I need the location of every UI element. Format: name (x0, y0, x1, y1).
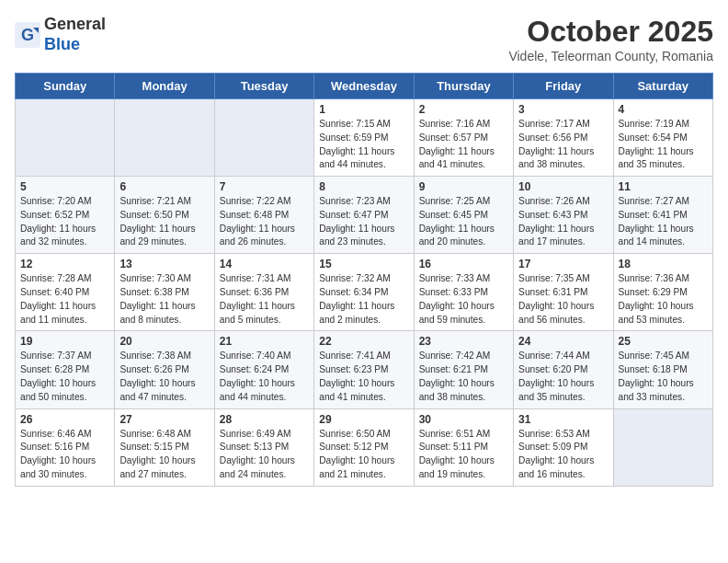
calendar-cell: 2Sunrise: 7:16 AM Sunset: 6:57 PM Daylig… (414, 99, 513, 177)
calendar-cell: 29Sunrise: 6:50 AM Sunset: 5:12 PM Dayli… (314, 408, 414, 486)
calendar-week-row: 1Sunrise: 7:15 AM Sunset: 6:59 PM Daylig… (16, 99, 713, 177)
day-info: Sunrise: 7:20 AM Sunset: 6:52 PM Dayligh… (20, 195, 109, 249)
day-info: Sunrise: 6:53 AM Sunset: 5:09 PM Dayligh… (518, 428, 608, 482)
day-info: Sunrise: 7:21 AM Sunset: 6:50 PM Dayligh… (119, 195, 209, 249)
calendar-cell: 3Sunrise: 7:17 AM Sunset: 6:56 PM Daylig… (514, 99, 613, 177)
weekday-header: Friday (514, 74, 613, 99)
day-number: 6 (119, 180, 209, 193)
day-info: Sunrise: 7:30 AM Sunset: 6:38 PM Dayligh… (119, 272, 209, 327)
calendar-cell: 17Sunrise: 7:35 AM Sunset: 6:31 PM Dayli… (514, 254, 613, 331)
calendar-cell (214, 99, 313, 177)
calendar-cell: 5Sunrise: 7:20 AM Sunset: 6:52 PM Daylig… (16, 177, 115, 254)
day-info: Sunrise: 7:23 AM Sunset: 6:47 PM Dayligh… (319, 195, 408, 249)
calendar-cell (16, 99, 115, 177)
day-info: Sunrise: 7:37 AM Sunset: 6:28 PM Dayligh… (20, 350, 109, 404)
calendar-table: SundayMondayTuesdayWednesdayThursdayFrid… (15, 73, 713, 487)
day-info: Sunrise: 7:32 AM Sunset: 6:34 PM Dayligh… (319, 272, 408, 327)
day-number: 22 (319, 335, 408, 348)
calendar-cell (613, 408, 712, 486)
day-number: 11 (619, 180, 708, 193)
calendar-cell: 20Sunrise: 7:38 AM Sunset: 6:26 PM Dayli… (115, 331, 214, 408)
day-info: Sunrise: 6:49 AM Sunset: 5:13 PM Dayligh… (220, 428, 309, 482)
day-number: 1 (319, 103, 408, 116)
day-number: 29 (319, 413, 408, 426)
calendar-cell: 26Sunrise: 6:46 AM Sunset: 5:16 PM Dayli… (16, 408, 115, 486)
day-number: 12 (20, 258, 109, 270)
day-info: Sunrise: 7:38 AM Sunset: 6:26 PM Dayligh… (119, 350, 209, 404)
calendar-cell: 4Sunrise: 7:19 AM Sunset: 6:54 PM Daylig… (613, 99, 712, 177)
calendar-cell: 8Sunrise: 7:23 AM Sunset: 6:47 PM Daylig… (314, 177, 414, 254)
calendar-week-row: 26Sunrise: 6:46 AM Sunset: 5:16 PM Dayli… (16, 408, 713, 486)
day-info: Sunrise: 7:17 AM Sunset: 6:56 PM Dayligh… (518, 118, 608, 172)
calendar-cell: 13Sunrise: 7:30 AM Sunset: 6:38 PM Dayli… (115, 254, 214, 331)
calendar-cell (115, 99, 214, 177)
day-info: Sunrise: 7:42 AM Sunset: 6:21 PM Dayligh… (419, 350, 508, 404)
day-info: Sunrise: 7:25 AM Sunset: 6:45 PM Dayligh… (419, 195, 508, 249)
calendar-cell: 12Sunrise: 7:28 AM Sunset: 6:40 PM Dayli… (16, 254, 115, 331)
day-number: 7 (220, 180, 309, 193)
day-number: 19 (20, 335, 109, 348)
calendar-cell: 6Sunrise: 7:21 AM Sunset: 6:50 PM Daylig… (115, 177, 214, 254)
day-number: 30 (419, 413, 508, 426)
day-info: Sunrise: 7:26 AM Sunset: 6:43 PM Dayligh… (518, 195, 608, 249)
day-info: Sunrise: 7:15 AM Sunset: 6:59 PM Dayligh… (319, 118, 408, 172)
calendar-cell: 10Sunrise: 7:26 AM Sunset: 6:43 PM Dayli… (514, 177, 613, 254)
day-info: Sunrise: 7:36 AM Sunset: 6:29 PM Dayligh… (619, 272, 708, 327)
day-info: Sunrise: 6:48 AM Sunset: 5:15 PM Dayligh… (119, 428, 209, 482)
day-info: Sunrise: 7:31 AM Sunset: 6:36 PM Dayligh… (220, 272, 309, 327)
calendar-cell: 9Sunrise: 7:25 AM Sunset: 6:45 PM Daylig… (414, 177, 513, 254)
day-info: Sunrise: 7:44 AM Sunset: 6:20 PM Dayligh… (518, 350, 608, 404)
location-subtitle: Videle, Teleorman County, Romania (508, 49, 713, 63)
calendar-cell: 28Sunrise: 6:49 AM Sunset: 5:13 PM Dayli… (214, 408, 313, 486)
day-number: 13 (119, 258, 209, 270)
day-info: Sunrise: 7:28 AM Sunset: 6:40 PM Dayligh… (20, 272, 109, 327)
calendar-cell: 15Sunrise: 7:32 AM Sunset: 6:34 PM Dayli… (314, 254, 414, 331)
calendar-week-row: 19Sunrise: 7:37 AM Sunset: 6:28 PM Dayli… (16, 331, 713, 408)
day-info: Sunrise: 6:50 AM Sunset: 5:12 PM Dayligh… (319, 428, 408, 482)
logo-general: General (44, 15, 106, 33)
day-number: 21 (220, 335, 309, 348)
calendar-cell: 1Sunrise: 7:15 AM Sunset: 6:59 PM Daylig… (314, 99, 414, 177)
title-block: October 2025 Videle, Teleorman County, R… (508, 15, 713, 63)
logo: G General Blue (15, 15, 106, 54)
day-info: Sunrise: 7:16 AM Sunset: 6:57 PM Dayligh… (419, 118, 508, 172)
weekday-header: Sunday (16, 74, 115, 99)
logo-text: General Blue (44, 15, 106, 54)
day-number: 2 (419, 103, 508, 116)
calendar-cell: 30Sunrise: 6:51 AM Sunset: 5:11 PM Dayli… (414, 408, 513, 486)
day-info: Sunrise: 7:19 AM Sunset: 6:54 PM Dayligh… (619, 118, 708, 172)
calendar-cell: 31Sunrise: 6:53 AM Sunset: 5:09 PM Dayli… (514, 408, 613, 486)
calendar-cell: 16Sunrise: 7:33 AM Sunset: 6:33 PM Dayli… (414, 254, 513, 331)
day-number: 25 (619, 335, 708, 348)
calendar-cell: 23Sunrise: 7:42 AM Sunset: 6:21 PM Dayli… (414, 331, 513, 408)
day-number: 26 (20, 413, 109, 426)
day-info: Sunrise: 7:45 AM Sunset: 6:18 PM Dayligh… (619, 350, 708, 404)
day-info: Sunrise: 7:22 AM Sunset: 6:48 PM Dayligh… (220, 195, 309, 249)
day-info: Sunrise: 7:40 AM Sunset: 6:24 PM Dayligh… (220, 350, 309, 404)
day-number: 27 (119, 413, 209, 426)
weekday-header: Thursday (414, 74, 513, 99)
calendar-cell: 21Sunrise: 7:40 AM Sunset: 6:24 PM Dayli… (214, 331, 313, 408)
day-number: 20 (119, 335, 209, 348)
calendar-cell: 7Sunrise: 7:22 AM Sunset: 6:48 PM Daylig… (214, 177, 313, 254)
day-number: 14 (220, 258, 309, 270)
day-number: 9 (419, 180, 508, 193)
calendar-cell: 24Sunrise: 7:44 AM Sunset: 6:20 PM Dayli… (514, 331, 613, 408)
weekday-header: Saturday (613, 74, 712, 99)
day-number: 28 (220, 413, 309, 426)
weekday-header: Tuesday (214, 74, 313, 99)
weekday-header: Monday (115, 74, 214, 99)
day-info: Sunrise: 7:33 AM Sunset: 6:33 PM Dayligh… (419, 272, 508, 327)
month-title: October 2025 (508, 15, 713, 49)
calendar-cell: 27Sunrise: 6:48 AM Sunset: 5:15 PM Dayli… (115, 408, 214, 486)
day-info: Sunrise: 6:51 AM Sunset: 5:11 PM Dayligh… (419, 428, 508, 482)
day-info: Sunrise: 6:46 AM Sunset: 5:16 PM Dayligh… (20, 428, 109, 482)
calendar-cell: 11Sunrise: 7:27 AM Sunset: 6:41 PM Dayli… (613, 177, 712, 254)
weekday-header: Wednesday (314, 74, 414, 99)
calendar-cell: 25Sunrise: 7:45 AM Sunset: 6:18 PM Dayli… (613, 331, 712, 408)
day-number: 31 (518, 413, 608, 426)
calendar-cell: 18Sunrise: 7:36 AM Sunset: 6:29 PM Dayli… (613, 254, 712, 331)
page-header: G General Blue October 2025 Videle, Tele… (15, 15, 713, 63)
day-number: 10 (518, 180, 608, 193)
day-info: Sunrise: 7:41 AM Sunset: 6:23 PM Dayligh… (319, 350, 408, 404)
